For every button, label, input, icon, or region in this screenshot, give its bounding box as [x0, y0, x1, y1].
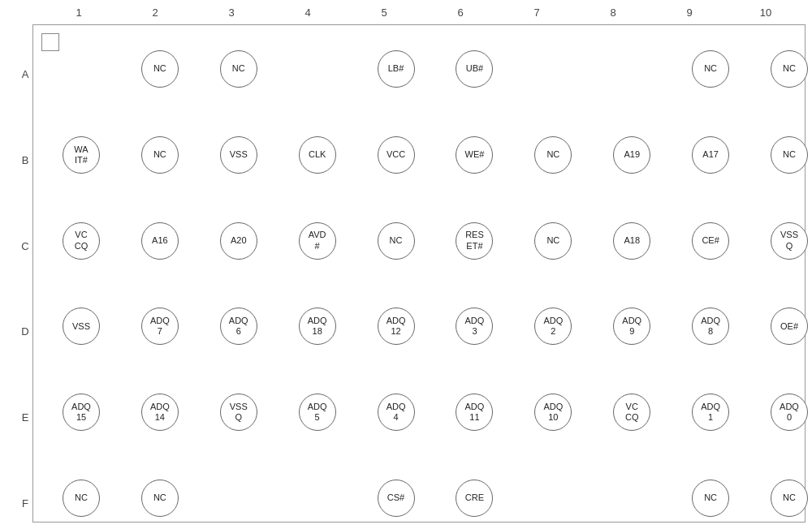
- row-label-B: B: [13, 155, 37, 166]
- pin-B8: A19: [613, 136, 650, 174]
- row-label-C: C: [13, 241, 37, 252]
- pin-D3: ADQ6: [220, 308, 257, 345]
- pin-C2: A16: [141, 222, 179, 260]
- board-area: [32, 24, 806, 523]
- pin-D6: ADQ3: [456, 308, 493, 345]
- pin-B2: NC: [141, 136, 179, 174]
- pin-E6: ADQ11: [456, 394, 493, 431]
- pin-C9: CE#: [692, 222, 729, 260]
- pin-B10: NC: [771, 136, 808, 174]
- corner-square: [41, 33, 59, 51]
- pin-E3: VSSQ: [220, 394, 257, 431]
- pin-A9: NC: [692, 50, 729, 88]
- pin-B3: VSS: [220, 136, 257, 174]
- col-header-9: 9: [653, 6, 726, 19]
- row-label-E: E: [13, 412, 37, 423]
- pin-E2: ADQ14: [141, 394, 179, 431]
- col-header-4: 4: [271, 6, 344, 19]
- pin-D1: VSS: [63, 308, 100, 345]
- pin-B4: CLK: [299, 136, 336, 174]
- pin-A2: NC: [141, 50, 179, 88]
- col-header-1: 1: [42, 6, 115, 19]
- pin-E4: ADQ5: [299, 394, 336, 431]
- col-header-8: 8: [577, 6, 650, 19]
- pin-F5: CS#: [378, 480, 415, 517]
- chip-diagram: 12345678910 ABCDEFNCNCLB#UB#NCNCWAIT#NCV…: [0, 0, 812, 529]
- pin-A10: NC: [771, 50, 808, 88]
- pin-D10: OE#: [771, 308, 808, 345]
- pin-D8: ADQ9: [613, 308, 650, 345]
- col-header-10: 10: [729, 6, 802, 19]
- pin-D9: ADQ8: [692, 308, 729, 345]
- row-label-F: F: [13, 498, 37, 509]
- col-header-3: 3: [195, 6, 268, 19]
- row-label-A: A: [13, 69, 37, 80]
- pin-B9: A17: [692, 136, 729, 174]
- pin-B5: VCC: [378, 136, 415, 174]
- pin-D7: ADQ2: [534, 308, 572, 345]
- pin-E5: ADQ4: [378, 394, 415, 431]
- col-header-2: 2: [119, 6, 192, 19]
- pin-E7: ADQ10: [534, 394, 572, 431]
- pin-F2: NC: [141, 480, 179, 517]
- pin-F1: NC: [63, 480, 100, 517]
- row-label-D: D: [13, 326, 37, 337]
- pin-D2: ADQ7: [141, 308, 179, 345]
- pin-C3: A20: [220, 222, 257, 260]
- pin-D5: ADQ12: [378, 308, 415, 345]
- pin-E8: VCCQ: [613, 394, 650, 431]
- pin-E10: ADQ0: [771, 394, 808, 431]
- col-header-6: 6: [424, 6, 497, 19]
- pin-B1: WAIT#: [63, 136, 100, 174]
- pin-F9: NC: [692, 480, 729, 517]
- pin-C8: A18: [613, 222, 650, 260]
- pin-F6: CRE: [456, 480, 493, 517]
- pin-C6: RESET#: [456, 222, 493, 260]
- pin-A3: NC: [220, 50, 257, 88]
- col-header-7: 7: [500, 6, 573, 19]
- pin-D4: ADQ18: [299, 308, 336, 345]
- pin-E1: ADQ15: [63, 394, 100, 431]
- pin-C1: VCCQ: [63, 222, 100, 260]
- pin-C10: VSSQ: [771, 222, 808, 260]
- pin-C5: NC: [378, 222, 415, 260]
- column-headers: 12345678910: [41, 6, 804, 19]
- pin-B6: WE#: [456, 136, 493, 174]
- pin-B7: NC: [534, 136, 572, 174]
- pin-C7: NC: [534, 222, 572, 260]
- pin-F10: NC: [771, 480, 808, 517]
- pin-A5: LB#: [378, 50, 415, 88]
- pin-E9: ADQ1: [692, 394, 729, 431]
- pin-C4: AVD#: [299, 222, 336, 260]
- pin-A6: UB#: [456, 50, 493, 88]
- col-header-5: 5: [348, 6, 421, 19]
